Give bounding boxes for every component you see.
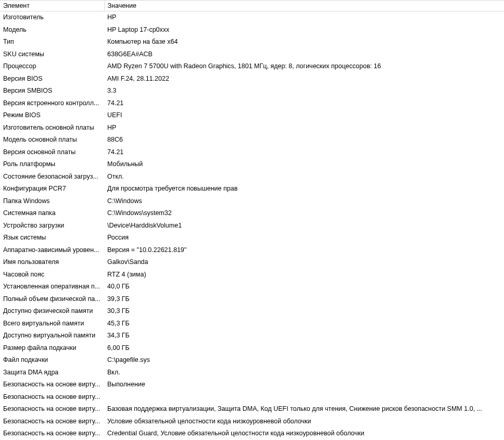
row-value: HP <box>104 11 504 24</box>
row-value: C:\Windows <box>104 195 504 208</box>
row-value: RTZ 4 (зима) <box>104 269 504 281</box>
row-value: 74.21 <box>104 146 504 159</box>
row-label: Версия встроенного контролл... <box>0 97 104 110</box>
row-value: AMD Ryzen 7 5700U with Radeon Graphics, … <box>104 60 504 73</box>
row-label: Изготовитель <box>0 11 104 24</box>
row-value: 45,3 ГБ <box>104 318 504 330</box>
row-label: Режим BIOS <box>0 109 104 122</box>
table-row[interactable]: МодельHP Laptop 17-cp0xxx <box>0 24 504 36</box>
table-row[interactable]: Версия встроенного контролл...74.21 <box>0 97 504 110</box>
row-label: Доступно физической памяти <box>0 305 104 318</box>
row-label: SKU системы <box>0 48 104 61</box>
row-label: Размер файла подкачки <box>0 342 104 355</box>
row-value: Мобильный <box>104 158 504 171</box>
column-header-value[interactable]: Значение <box>104 1 504 11</box>
row-value: Компьютер на базе x64 <box>104 36 504 48</box>
row-value: 40,0 ГБ <box>104 281 504 293</box>
row-label: Всего виртуальной памяти <box>0 318 104 330</box>
row-label: Имя пользователя <box>0 256 104 269</box>
row-value: Для просмотра требуется повышение прав <box>104 183 504 195</box>
table-row[interactable]: Папка WindowsC:\Windows <box>0 195 504 208</box>
row-value: Россия <box>104 232 504 244</box>
row-label: Модель основной платы <box>0 134 104 146</box>
row-label: Версия SMBIOS <box>0 85 104 97</box>
row-value <box>104 391 504 404</box>
row-label: Полный объем физической па... <box>0 293 104 306</box>
row-value: AMI F.24, 28.11.2022 <box>104 73 504 85</box>
row-value: Вкл. <box>104 367 504 379</box>
table-row[interactable]: Размер файла подкачки6,00 ГБ <box>0 342 504 355</box>
table-row[interactable]: Имя пользователяGalkov\Sanda <box>0 256 504 269</box>
row-value: Credential Guard, Условие обязательной ц… <box>104 428 504 440</box>
table-row[interactable]: Язык системыРоссия <box>0 232 504 244</box>
row-label: Доступно виртуальной памяти <box>0 330 104 342</box>
row-label: Безопасность на основе вирту... <box>0 391 104 404</box>
table-row[interactable]: Версия SMBIOS3.3 <box>0 85 504 97</box>
table-row[interactable]: Полный объем физической па...39,3 ГБ <box>0 293 504 306</box>
row-label: Версия BIOS <box>0 73 104 85</box>
table-row[interactable]: Установленная оперативная п...40,0 ГБ <box>0 281 504 293</box>
table-row[interactable]: ИзготовительHP <box>0 11 504 24</box>
table-row[interactable]: Состояние безопасной загруз...Откл. <box>0 171 504 183</box>
table-row[interactable]: Безопасность на основе вирту...Базовая п… <box>0 403 504 416</box>
row-label: Роль платформы <box>0 158 104 171</box>
row-label: Конфигурация PCR7 <box>0 183 104 195</box>
table-row[interactable]: Доступно виртуальной памяти34,3 ГБ <box>0 330 504 342</box>
table-row[interactable]: Безопасность на основе вирту...Credentia… <box>0 428 504 440</box>
table-row[interactable]: Устройство загрузки\Device\HarddiskVolum… <box>0 220 504 232</box>
row-label: Безопасность на основе вирту... <box>0 403 104 416</box>
row-value: 3.3 <box>104 85 504 97</box>
row-value: Версия = "10.0.22621.819" <box>104 244 504 257</box>
row-label: Системная папка <box>0 207 104 220</box>
row-value: Galkov\Sanda <box>104 256 504 269</box>
row-label: Состояние безопасной загруз... <box>0 171 104 183</box>
row-value: 30,3 ГБ <box>104 305 504 318</box>
row-label: Версия основной платы <box>0 146 104 159</box>
row-value: \Device\HarddiskVolume1 <box>104 220 504 232</box>
row-value: 6,00 ГБ <box>104 342 504 355</box>
row-label: Тип <box>0 36 104 48</box>
table-row[interactable]: Безопасность на основе вирту...Условие о… <box>0 416 504 428</box>
table-row[interactable]: Часовой поясRTZ 4 (зима) <box>0 269 504 281</box>
table-row[interactable]: Системная папкаC:\Windows\system32 <box>0 207 504 220</box>
table-row[interactable]: Защита DMA ядраВкл. <box>0 367 504 379</box>
row-label: Процессор <box>0 60 104 73</box>
row-value: HP Laptop 17-cp0xxx <box>104 24 504 36</box>
table-row[interactable]: Изготовитель основной платыHP <box>0 122 504 134</box>
table-row[interactable]: ПроцессорAMD Ryzen 7 5700U with Radeon G… <box>0 60 504 73</box>
row-value: Выполнение <box>104 379 504 391</box>
row-label: Безопасность на основе вирту... <box>0 416 104 428</box>
row-label: Файл подкачки <box>0 354 104 367</box>
table-row[interactable]: Версия BIOSAMI F.24, 28.11.2022 <box>0 73 504 85</box>
row-value: 638G6EA#ACB <box>104 48 504 61</box>
table-row[interactable]: Безопасность на основе вирту... <box>0 391 504 404</box>
table-row[interactable]: Режим BIOSUEFI <box>0 109 504 122</box>
table-row[interactable]: Версия основной платы74.21 <box>0 146 504 159</box>
row-label: Часовой пояс <box>0 269 104 281</box>
row-label: Устройство загрузки <box>0 220 104 232</box>
row-value: 74.21 <box>104 97 504 110</box>
row-label: Аппаратно-зависимый уровен... <box>0 244 104 257</box>
row-value: Откл. <box>104 171 504 183</box>
row-value: 39,3 ГБ <box>104 293 504 306</box>
table-header-row[interactable]: Элемент Значение <box>0 1 504 11</box>
table-row[interactable]: Конфигурация PCR7Для просмотра требуется… <box>0 183 504 195</box>
row-label: Изготовитель основной платы <box>0 122 104 134</box>
table-row[interactable]: Роль платформыМобильный <box>0 158 504 171</box>
row-label: Безопасность на основе вирту... <box>0 379 104 391</box>
table-row[interactable]: Файл подкачкиC:\pagefile.sys <box>0 354 504 367</box>
row-value: Условие обязательной целостности кода ни… <box>104 416 504 428</box>
table-row[interactable]: Аппаратно-зависимый уровен...Версия = "1… <box>0 244 504 257</box>
table-row[interactable]: Безопасность на основе вирту...Выполнени… <box>0 379 504 391</box>
column-header-element[interactable]: Элемент <box>0 1 104 11</box>
row-value: UEFI <box>104 109 504 122</box>
table-row[interactable]: Модель основной платы88C6 <box>0 134 504 146</box>
table-row[interactable]: Всего виртуальной памяти45,3 ГБ <box>0 318 504 330</box>
table-row[interactable]: ТипКомпьютер на базе x64 <box>0 36 504 48</box>
row-value: 88C6 <box>104 134 504 146</box>
table-row[interactable]: SKU системы638G6EA#ACB <box>0 48 504 61</box>
row-value: C:\pagefile.sys <box>104 354 504 367</box>
row-label: Папка Windows <box>0 195 104 208</box>
table-row[interactable]: Доступно физической памяти30,3 ГБ <box>0 305 504 318</box>
row-label: Язык системы <box>0 232 104 244</box>
